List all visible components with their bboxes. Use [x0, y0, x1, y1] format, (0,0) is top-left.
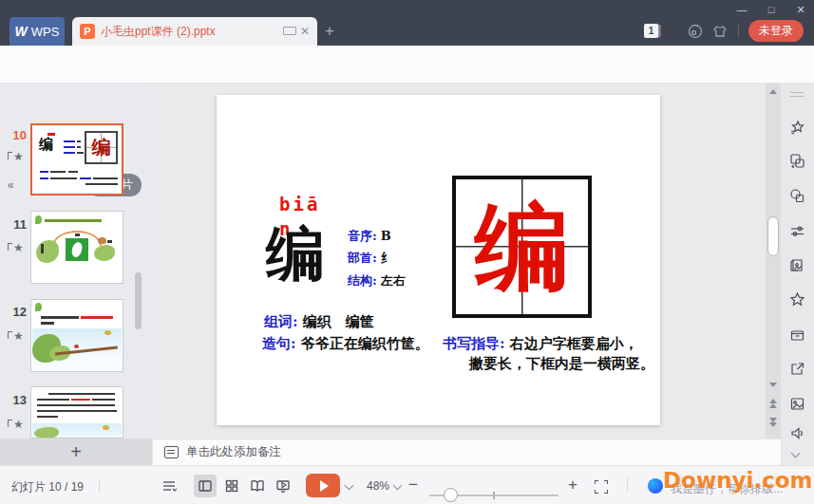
zoom-slider-knob[interactable] — [444, 488, 458, 502]
notes-toggle-icon[interactable] — [158, 475, 180, 497]
ppt-file-icon: P — [80, 24, 95, 39]
titlebar-divider — [738, 24, 739, 38]
main-character: 编 — [266, 226, 325, 283]
effects-magic-star-icon[interactable] — [789, 120, 805, 136]
collapse-panel-icon[interactable]: « — [8, 179, 21, 191]
zoom-out-button[interactable]: − — [408, 476, 418, 495]
ribbon-bar: 文件 ↶ ↷ 开始 插入 设计 切换 动画 幻灯片放映 审阅 › 查找命令、搜索… — [0, 46, 814, 84]
wps-home-tab[interactable]: W WPS — [9, 17, 65, 46]
zoom-slider-tick — [493, 492, 495, 499]
canvas-scrollbar[interactable] — [766, 84, 781, 439]
wps-logo-icon: W — [15, 24, 28, 39]
strip-drag-handle[interactable] — [790, 92, 804, 97]
scroll-down-icon[interactable] — [769, 383, 777, 387]
slide-thumbnail-11[interactable] — [30, 211, 123, 284]
present-monitor-icon[interactable] — [283, 27, 294, 36]
slideshow-play-button[interactable] — [306, 474, 340, 497]
watermark: Downyi.com — [663, 468, 813, 493]
grid-character: 编 — [475, 195, 570, 299]
close-button[interactable]: ✕ — [790, 3, 811, 16]
character-grid-box: 编 — [452, 176, 592, 318]
slide-counter: 幻灯片 10 / 19 — [11, 479, 84, 495]
thumb-grid: 编 — [85, 131, 118, 164]
zuci-line: 组词: 编织 编筐 — [264, 313, 374, 331]
slide-number: 12 — [4, 305, 27, 319]
panel-scrollbar-thumb[interactable] — [135, 272, 142, 329]
thumb-leaves-left — [36, 240, 59, 263]
assistant-avatar[interactable] — [648, 478, 663, 494]
shuxie-line2: 撇要长，下框内是一横两竖。 — [469, 355, 654, 373]
shapes-icon[interactable] — [789, 188, 805, 204]
play-options-chevron-icon[interactable] — [345, 481, 354, 491]
wps-tab-label: WPS — [31, 25, 60, 39]
thumb-leaf-icon — [35, 215, 42, 224]
document-tab-title: 小毛虫ppt课件 (2).pptx — [101, 24, 277, 40]
reading-view-button[interactable] — [246, 475, 269, 497]
maximize-button[interactable]: □ — [761, 3, 782, 16]
slide-sorter-button[interactable] — [220, 475, 243, 497]
title-bar: — □ ✕ W WPS P 小毛虫ppt课件 (2).pptx ✕ + 1 未登… — [0, 0, 814, 46]
shuxie-line1: 书写指导: 右边户字框要扁小， — [443, 335, 638, 353]
canvas-scrollbar-thumb[interactable] — [767, 216, 779, 256]
slide-animation-star-icon: ★ — [8, 329, 24, 343]
notes-icon — [164, 446, 179, 458]
slide-editor[interactable]: biā n 编 音序:B 部首:纟 结构:左右 编 组词: 编织 编筐 造句: … — [217, 95, 660, 425]
info-bushou: 部首:纟 — [348, 248, 393, 267]
thumb-branch-image — [32, 328, 122, 371]
strip-more-chevron-icon[interactable] — [791, 449, 801, 458]
thumb-butterfly — [98, 237, 106, 244]
sound-speaker-icon[interactable] — [789, 425, 805, 441]
statusbar-divider — [99, 479, 100, 493]
zaoju-line: 造句: 爷爷正在编织竹筐。 — [262, 335, 429, 353]
thumb-title — [45, 219, 102, 222]
login-button[interactable]: 未登录 — [748, 20, 804, 42]
share-export-icon[interactable] — [789, 361, 805, 377]
slide-thumbnail-13[interactable] — [30, 386, 123, 439]
transition-panes-icon[interactable] — [789, 153, 805, 169]
fit-slide-button[interactable] — [595, 480, 608, 494]
wps-presentation-window: — □ ✕ W WPS P 小毛虫ppt课件 (2).pptx ✕ + 1 未登… — [0, 0, 814, 504]
properties-sliders-icon[interactable] — [789, 223, 805, 239]
scroll-up-icon[interactable] — [769, 89, 777, 94]
slides-panel: « 大纲 幻灯片 10 ★ 编 编 11 ★ — [0, 84, 152, 439]
slide-thumbnail-10[interactable]: 编 编 — [30, 123, 123, 196]
normal-view-button[interactable] — [194, 475, 217, 497]
slide-canvas: biā n 编 音序:B 部首:纟 结构:左右 编 组词: 编织 编筐 造句: … — [152, 84, 766, 439]
slide-number: 11 — [4, 217, 27, 232]
info-jiegou: 结构:左右 — [348, 271, 406, 289]
pinyin-line1: biā — [279, 194, 320, 215]
info-yinxu: 音序:B — [348, 226, 391, 245]
slide-number: 13 — [4, 393, 27, 407]
thumb-image-strip — [32, 423, 122, 439]
document-tab[interactable]: P 小毛虫ppt课件 (2).pptx ✕ — [72, 17, 317, 46]
new-tab-button[interactable]: + — [325, 24, 334, 39]
picture-icon[interactable] — [789, 396, 805, 412]
zoom-chevron-icon[interactable] — [393, 481, 403, 491]
material-box-icon[interactable] — [789, 327, 805, 343]
previous-slide-icon2 — [769, 403, 777, 408]
next-slide-icon2 — [769, 422, 777, 427]
notes-bar[interactable]: 单击此处添加备注 — [152, 439, 781, 465]
resource-library-icon[interactable] — [789, 257, 805, 273]
slide-animation-star-icon: ★ — [8, 418, 24, 431]
slide-animation-star-icon: ★ — [8, 150, 24, 163]
skin-theme-icon[interactable] — [711, 23, 729, 40]
minimize-button[interactable]: — — [731, 3, 752, 16]
zoom-level[interactable]: 48% — [367, 479, 389, 493]
document-tab-close-icon[interactable]: ✕ — [300, 26, 310, 37]
right-tool-strip — [781, 84, 814, 439]
add-slide-button[interactable]: + — [0, 439, 152, 465]
slide-number: 10 — [4, 128, 27, 142]
statusbar-divider2 — [627, 478, 628, 492]
slide-animation-star-icon: ★ — [8, 241, 24, 254]
slide-thumbnail-12[interactable] — [30, 299, 123, 372]
favorites-star-icon[interactable] — [789, 291, 805, 308]
activity-icon[interactable] — [687, 23, 704, 40]
thumb-char: 编 — [39, 136, 53, 154]
docs-count-badge[interactable]: 1 — [644, 24, 658, 38]
play-icon — [320, 480, 329, 492]
zoom-in-button[interactable]: + — [568, 476, 577, 495]
thumb-cocoon-image — [66, 238, 88, 261]
presenter-view-button[interactable] — [272, 475, 294, 497]
notes-placeholder: 单击此处添加备注 — [186, 444, 281, 460]
